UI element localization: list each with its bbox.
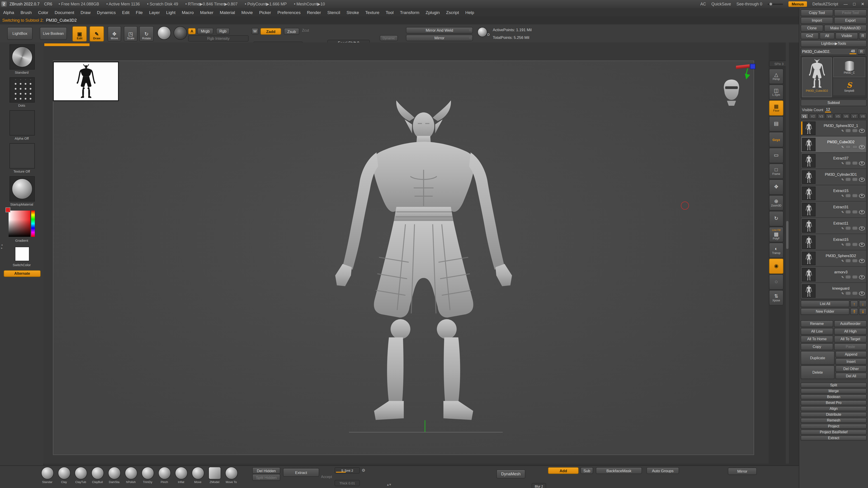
menu-item[interactable]: Layer	[146, 10, 163, 15]
subtool-action-button[interactable]: Extract	[801, 435, 867, 441]
menu-item[interactable]: Picker	[256, 10, 274, 15]
subtool-toggle-icon[interactable]	[852, 275, 858, 279]
subtool-action-button[interactable]: Project	[801, 424, 867, 429]
maximize-button[interactable]: □	[853, 2, 856, 6]
active-tool-thumbnail[interactable]: PM3D_Cube3D2	[802, 57, 832, 97]
brush-thumbnail[interactable]: ClayBuil	[89, 467, 106, 484]
visible-count-slider[interactable]: Visible Count 12	[801, 107, 867, 112]
right-shelf-icon[interactable]: ◌	[769, 274, 783, 290]
subtool-toggle-icon[interactable]	[852, 177, 858, 181]
delete-button[interactable]: Delete	[801, 365, 835, 379]
zadd-button[interactable]: Zadd	[260, 28, 281, 35]
polypaint-icon[interactable]: ✎	[841, 227, 844, 230]
menu-item[interactable]: Marker	[197, 10, 217, 15]
visibility-eye-icon[interactable]	[859, 129, 865, 133]
menu-item[interactable]: Brush	[18, 10, 35, 15]
menu-item[interactable]: Render	[304, 10, 324, 15]
subtool-toggle-icon[interactable]	[852, 194, 858, 197]
saturation-value-square[interactable]	[8, 210, 30, 237]
brush-thumbnail[interactable]: Move To	[223, 467, 240, 484]
texture-thumbnail[interactable]	[9, 143, 35, 168]
visibility-eye-icon[interactable]	[859, 242, 865, 247]
subtool-row[interactable]: PM3D_Sphere3D2_1 ✎	[801, 120, 866, 136]
tray-collapse-arrows[interactable]: ◂ ▸	[0, 243, 4, 250]
subtool-toggle-icon[interactable]	[845, 194, 851, 197]
subtool-up-button[interactable]: ↑	[850, 300, 858, 307]
paste-subtool-button[interactable]: Paste	[834, 344, 867, 350]
subtool-toggle-icon[interactable]	[845, 161, 851, 165]
menu-item[interactable]: Zplugin	[423, 10, 443, 15]
right-shelf-icon[interactable]: ▭	[769, 148, 783, 163]
menu-item[interactable]: Draw	[77, 10, 94, 15]
del-all-button[interactable]: Del All	[835, 373, 867, 379]
mirror-bottom-button[interactable]: Mirror	[728, 468, 757, 475]
polypaint-icon[interactable]: ✎	[841, 162, 844, 165]
mirror-button[interactable]: Mirror ∷	[406, 35, 473, 41]
rgb-button[interactable]: Rgb	[216, 28, 230, 34]
subtool-toggle-icon[interactable]	[845, 259, 851, 263]
switch-color-button[interactable]: SwitchColor	[0, 263, 43, 267]
list-all-button[interactable]: List All	[801, 300, 849, 307]
thickness-slider[interactable]: Thick 0.01	[335, 480, 360, 486]
subtool-version-tab[interactable]: V2	[809, 113, 817, 119]
right-shelf-icon[interactable]: ◉	[769, 258, 783, 274]
mirror-and-weld-button[interactable]: Mirror And Weld ∷	[406, 27, 473, 33]
gear-icon[interactable]: ⚙	[362, 468, 365, 473]
subtool-row[interactable]: Extract31 ✎	[801, 201, 866, 218]
subtool-action-button[interactable]: Boolean	[801, 394, 867, 399]
polypaint-icon[interactable]: ✎	[841, 129, 844, 132]
dynamesh-button[interactable]: DynaMesh	[496, 469, 525, 479]
subtool-toggle-icon[interactable]	[852, 145, 858, 149]
subtool-toggle-icon[interactable]	[852, 226, 858, 230]
subtool-version-tab[interactable]: V8	[859, 113, 867, 119]
right-shelf-icon[interactable]: Line Fill ▩ PolyF	[769, 227, 783, 242]
menus-button[interactable]: Menus	[788, 1, 807, 7]
stroke-thumbnail[interactable]	[174, 26, 187, 40]
menu-item[interactable]: Transform	[397, 10, 423, 15]
brush-thumbnail[interactable]: hPolish	[123, 467, 139, 484]
zcut-button[interactable]: Zcut	[302, 29, 309, 33]
menu-item[interactable]: File	[133, 10, 146, 15]
helmet-head-model[interactable]	[721, 78, 741, 107]
duplicate-button[interactable]: Duplicate	[801, 351, 835, 365]
visibility-eye-icon[interactable]	[859, 226, 865, 230]
sphere-d-icon[interactable]	[477, 27, 487, 37]
paste-tool-button[interactable]: Paste Tool	[834, 9, 867, 16]
polypaint-icon[interactable]: ✎	[841, 275, 844, 279]
subtool-toggle-icon[interactable]	[845, 145, 851, 149]
menu-item[interactable]: Stencil	[324, 10, 343, 15]
menu-item[interactable]: Zscript	[443, 10, 462, 15]
subtool-row[interactable]: PM3D_Sphere3D2 ✎	[801, 250, 866, 267]
subtool-action-button[interactable]: Bevel Pro	[801, 400, 867, 405]
subtool-toggle-icon[interactable]	[845, 242, 851, 246]
menu-item[interactable]: Stroke	[343, 10, 362, 15]
all-low-button[interactable]: All Low	[801, 328, 833, 335]
right-shelf-icon[interactable]: ◫ L.Sym	[769, 85, 783, 100]
subtool-version-tab[interactable]: V3	[817, 113, 825, 119]
brush-thumbnail[interactable]: Clay	[56, 467, 72, 484]
subtool-row[interactable]: PM3D_Cube3D2 ✎	[801, 136, 866, 153]
subtool-row[interactable]: kneeguard ✎	[801, 283, 866, 299]
secondary-color-swatch[interactable]	[15, 247, 29, 261]
polypaint-icon[interactable]: ✎	[841, 194, 844, 197]
menu-item[interactable]: Edit	[119, 10, 133, 15]
subtool-row[interactable]: Extract15 ✎	[801, 234, 866, 250]
brush-thumbnail[interactable]: ZModel	[206, 467, 223, 484]
subtool-version-tab[interactable]: V4	[826, 113, 833, 119]
rgb-intensity-slider[interactable]: Rgb Intensity	[188, 35, 249, 41]
copy-subtool-button[interactable]: Copy	[801, 344, 833, 350]
menu-item[interactable]: Document	[52, 10, 78, 15]
visibility-eye-icon[interactable]	[859, 145, 865, 149]
right-shelf-icon[interactable]: □ Frame	[769, 164, 783, 179]
brush-thumbnail[interactable]: ClayTub	[72, 467, 89, 484]
subtool-toggle-icon[interactable]	[845, 275, 851, 279]
brush-thumbnail-standard[interactable]	[9, 44, 35, 70]
active-tool-slot[interactable]: PM3D_Cube3D2. 48 R	[801, 48, 867, 55]
tool-thumbnail-simplebrush[interactable]: S SimpleB	[833, 78, 865, 95]
copy-tool-button[interactable]: Copy Tool	[801, 9, 833, 16]
clone-button[interactable]: Clone	[801, 25, 823, 32]
subtool-action-button[interactable]: Align	[801, 406, 867, 411]
alternate-button[interactable]: Alternate	[4, 270, 41, 277]
del-other-button[interactable]: Del Other	[835, 365, 867, 372]
right-shelf-icon[interactable]: ↻	[769, 211, 783, 226]
